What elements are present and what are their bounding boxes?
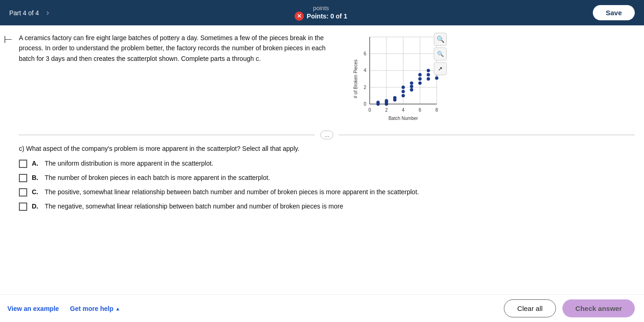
svg-point-31 bbox=[402, 90, 405, 93]
header-center: points ✕ Points: 0 of 1 bbox=[295, 5, 347, 21]
back-arrow-icon: ⊢ bbox=[4, 34, 12, 46]
x-icon: ✕ bbox=[295, 12, 304, 21]
svg-text:4: 4 bbox=[402, 107, 405, 113]
svg-text:0: 0 bbox=[368, 107, 371, 113]
svg-point-27 bbox=[385, 102, 388, 106]
svg-point-40 bbox=[427, 73, 430, 76]
checkbox-b[interactable] bbox=[19, 174, 27, 182]
choice-d-letter: D. bbox=[32, 202, 40, 211]
svg-point-38 bbox=[418, 81, 421, 84]
checkbox-a[interactable] bbox=[19, 160, 27, 168]
divider-line-right bbox=[339, 135, 635, 135]
choice-c-text: The positive, somewhat linear relationsh… bbox=[45, 187, 635, 197]
header-left: Part 4 of 4 › bbox=[9, 8, 49, 18]
svg-text:Batch Number: Batch Number bbox=[389, 116, 419, 121]
svg-text:2: 2 bbox=[364, 85, 366, 90]
divider-row: ... bbox=[19, 131, 635, 139]
problem-text: A ceramics factory can fire eight large … bbox=[19, 33, 342, 125]
svg-text:0: 0 bbox=[364, 101, 366, 107]
svg-point-30 bbox=[402, 86, 405, 89]
svg-text:6: 6 bbox=[419, 107, 421, 113]
choice-a: A. The uniform distribution is more appa… bbox=[19, 159, 635, 168]
choice-a-letter: A. bbox=[32, 159, 40, 168]
checkbox-c[interactable] bbox=[19, 188, 27, 197]
svg-text:6: 6 bbox=[364, 51, 366, 56]
svg-point-32 bbox=[402, 94, 405, 97]
top-section: A ceramics factory can fire eight large … bbox=[19, 33, 635, 125]
chevron-right-icon: › bbox=[47, 8, 49, 18]
svg-text:8: 8 bbox=[436, 107, 438, 113]
scatterplot-container: 0 2 4 6 8 0 2 4 6 # of Broken Pieces B bbox=[351, 33, 443, 125]
choice-d-text: The negative, somewhat linear relationsh… bbox=[45, 202, 635, 211]
points-label: points bbox=[313, 5, 329, 12]
svg-point-41 bbox=[427, 77, 430, 80]
get-more-help-text: Get more help bbox=[70, 305, 113, 312]
app-container: Part 4 of 4 › points ✕ Points: 0 of 1 Sa… bbox=[0, 0, 644, 322]
svg-text:4: 4 bbox=[364, 68, 366, 73]
svg-point-36 bbox=[418, 77, 421, 80]
scatterplot: 0 2 4 6 8 0 2 4 6 # of Broken Pieces B bbox=[351, 33, 443, 125]
footer-left: View an example Get more help ▲ bbox=[7, 305, 120, 312]
back-arrow-button[interactable]: ⊢ bbox=[0, 25, 17, 294]
choice-c-letter: C. bbox=[32, 187, 40, 197]
choice-d: D. The negative, somewhat linear relatio… bbox=[19, 202, 635, 211]
divider-dots[interactable]: ... bbox=[320, 131, 334, 139]
choice-b-text: The number of broken pieces in each batc… bbox=[45, 173, 635, 183]
checkbox-d[interactable] bbox=[19, 203, 27, 211]
svg-point-26 bbox=[385, 99, 388, 102]
part-c-question: c) What aspect of the company's problem … bbox=[19, 145, 635, 152]
get-more-help-link[interactable]: Get more help ▲ bbox=[70, 305, 120, 312]
clear-all-button[interactable]: Clear all bbox=[504, 299, 556, 317]
svg-point-39 bbox=[427, 69, 430, 72]
question-area: A ceramics factory can fire eight large … bbox=[17, 25, 644, 294]
svg-text:2: 2 bbox=[385, 107, 388, 113]
svg-text:# of Broken Pieces: # of Broken Pieces bbox=[353, 60, 358, 98]
svg-point-33 bbox=[410, 85, 413, 88]
chevron-up-icon: ▲ bbox=[115, 306, 120, 311]
svg-point-37 bbox=[418, 73, 421, 76]
save-button[interactable]: Save bbox=[593, 5, 635, 20]
scatter-controls: 🔍 🔍 ↗ bbox=[434, 33, 447, 75]
points-value: ✕ Points: 0 of 1 bbox=[295, 12, 347, 21]
zoom-in-button[interactable]: 🔍 bbox=[434, 33, 447, 46]
header-bar: Part 4 of 4 › points ✕ Points: 0 of 1 Sa… bbox=[0, 0, 644, 25]
footer: View an example Get more help ▲ Clear al… bbox=[0, 294, 644, 322]
main-content: ⊢ A ceramics factory can fire eight larg… bbox=[0, 25, 644, 294]
choice-c: C. The positive, somewhat linear relatio… bbox=[19, 187, 635, 197]
divider-line-left bbox=[19, 135, 315, 135]
answer-choices: A. The uniform distribution is more appa… bbox=[19, 159, 635, 211]
svg-point-34 bbox=[410, 81, 413, 84]
choice-b-letter: B. bbox=[32, 173, 40, 183]
svg-point-29 bbox=[393, 96, 396, 99]
footer-right: Clear all Check answer bbox=[504, 299, 635, 317]
choice-b: B. The number of broken pieces in each b… bbox=[19, 173, 635, 183]
choice-a-text: The uniform distribution is more apparen… bbox=[45, 159, 635, 168]
external-link-button[interactable]: ↗ bbox=[434, 62, 447, 75]
zoom-out-button[interactable]: 🔍 bbox=[434, 48, 447, 60]
view-example-link[interactable]: View an example bbox=[7, 305, 59, 312]
check-answer-button[interactable]: Check answer bbox=[562, 299, 635, 317]
points-status: Points: 0 of 1 bbox=[307, 12, 347, 20]
svg-point-24 bbox=[376, 102, 379, 106]
svg-point-35 bbox=[410, 88, 413, 91]
part-label: Part 4 of 4 bbox=[9, 9, 39, 17]
svg-point-44 bbox=[435, 77, 438, 80]
